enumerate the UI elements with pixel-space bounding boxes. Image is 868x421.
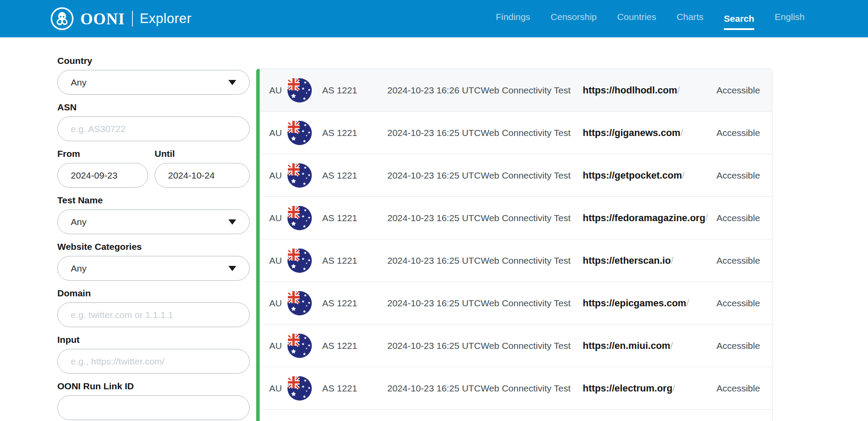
nav-search[interactable]: Search <box>724 13 754 30</box>
country-field: Country Any <box>57 56 250 95</box>
brand-divider <box>132 11 133 27</box>
input-field: Input <box>57 335 250 374</box>
chevron-down-icon <box>228 266 236 271</box>
ooni-octopus-logo-icon <box>50 7 74 31</box>
australia-flag-icon <box>287 249 322 273</box>
website-categories-select-value: Any <box>71 263 86 274</box>
asn-value: AS 1221 <box>322 255 387 266</box>
status-badge: Accessible <box>711 128 772 138</box>
test-name-select-value: Any <box>71 217 86 227</box>
measurement-url: https://fedoramagazine.org/ <box>583 212 711 224</box>
website-categories-select[interactable]: Any <box>57 256 250 281</box>
asn-value: AS 1221 <box>322 128 387 138</box>
website-categories-label: Website Categories <box>57 242 250 252</box>
australia-flag-icon <box>287 334 322 358</box>
measurement-date: 2024-10-23 16:25 UTC <box>387 341 481 351</box>
asn-value: AS 1221 <box>322 298 387 308</box>
measurement-url: https://etherscan.io/ <box>583 255 711 266</box>
nav-english[interactable]: English <box>775 12 805 26</box>
input-url-input[interactable] <box>57 349 250 374</box>
domain-field: Domain <box>57 288 250 327</box>
test-name-value: Web Connectivity Test <box>481 85 583 96</box>
status-badge: Accessible <box>711 298 772 308</box>
measurement-url: https://en.miui.com/ <box>583 340 711 351</box>
measurement-row[interactable]: AU <box>260 239 772 282</box>
status-badge: Accessible <box>711 85 772 96</box>
asn-value: AS 1221 <box>322 170 387 181</box>
brand-logo[interactable]: OONI Explorer <box>50 7 191 31</box>
status-badge: Accessible <box>711 255 772 266</box>
measurement-date: 2024-10-23 16:25 UTC <box>387 128 481 138</box>
country-select[interactable]: Any <box>57 70 250 95</box>
asn-value: AS 1221 <box>322 383 387 394</box>
measurement-row[interactable]: AU <box>260 112 772 154</box>
test-name-value: Web Connectivity Test <box>481 383 583 394</box>
country-code: AU <box>266 341 287 351</box>
measurement-date: 2024-10-23 16:26 UTC <box>387 85 481 96</box>
country-code: AU <box>266 255 287 266</box>
input-label: Input <box>57 335 250 345</box>
australia-flag-icon <box>287 206 322 230</box>
date-range-row: From Until <box>57 149 250 188</box>
chevron-down-icon <box>228 219 236 225</box>
status-badge: Accessible <box>711 213 772 223</box>
chevron-down-icon <box>228 80 236 85</box>
australia-flag-icon <box>287 121 322 145</box>
measurement-date: 2024-10-23 16:25 UTC <box>387 255 481 266</box>
ooni-run-link-id-input[interactable] <box>57 395 250 420</box>
measurement-url: https://getpocket.com/ <box>583 170 711 181</box>
nav-countries[interactable]: Countries <box>617 12 656 26</box>
measurement-date: 2024-10-23 16:25 UTC <box>387 298 481 308</box>
search-filters-sidebar: Country Any ASN From Until Test Name Any <box>57 56 250 421</box>
test-name-select[interactable]: Any <box>57 209 250 234</box>
until-label: Until <box>155 149 250 159</box>
australia-flag-icon <box>287 376 322 401</box>
test-name-value: Web Connectivity Test <box>481 255 583 266</box>
test-name-value: Web Connectivity Test <box>481 298 583 308</box>
country-code: AU <box>266 383 287 394</box>
country-code: AU <box>266 85 287 96</box>
brand-name: OONI <box>80 10 125 28</box>
main-nav: FindingsCensorshipCountriesChartsSearchE… <box>496 12 805 26</box>
country-select-value: Any <box>71 77 86 88</box>
test-name-value: Web Connectivity Test <box>481 341 583 351</box>
until-field: Until <box>155 149 250 188</box>
asn-value: AS 1221 <box>322 85 387 96</box>
measurement-row[interactable]: AU <box>260 197 772 239</box>
status-badge: Accessible <box>711 341 772 351</box>
nav-findings[interactable]: Findings <box>496 12 530 26</box>
nav-censorship[interactable]: Censorship <box>551 12 597 26</box>
measurement-row[interactable]: AU <box>260 154 772 197</box>
ooni-explorer-search-page: OONI Explorer FindingsCensorshipCountrie… <box>0 0 868 421</box>
domain-input[interactable] <box>57 302 250 327</box>
australia-flag-icon <box>287 78 322 103</box>
ooni-run-link-id-label: OONI Run Link ID <box>57 381 250 391</box>
ooni-run-link-id-field: OONI Run Link ID <box>57 381 250 420</box>
asn-label: ASN <box>57 102 250 113</box>
asn-value: AS 1221 <box>322 213 387 223</box>
country-code: AU <box>266 170 287 181</box>
measurement-date: 2024-10-23 16:25 UTC <box>387 170 481 181</box>
status-badge: Accessible <box>711 170 772 181</box>
measurement-url: https://giganews.com/ <box>583 127 711 139</box>
measurement-row[interactable]: AU <box>260 325 772 367</box>
measurement-row-partial[interactable] <box>260 410 772 421</box>
test-name-value: Web Connectivity Test <box>481 170 583 181</box>
measurement-row[interactable]: AU <box>260 282 772 325</box>
measurement-date: 2024-10-23 16:25 UTC <box>387 383 481 394</box>
from-date-input[interactable] <box>57 163 148 188</box>
nav-charts[interactable]: Charts <box>677 12 703 26</box>
from-field: From <box>57 149 148 188</box>
test-name-label: Test Name <box>57 195 250 206</box>
measurement-row[interactable]: AU <box>260 69 772 112</box>
from-label: From <box>57 149 148 159</box>
measurement-row[interactable]: AU <box>260 367 772 410</box>
test-name-value: Web Connectivity Test <box>481 213 583 223</box>
app-header: OONI Explorer FindingsCensorshipCountrie… <box>0 0 868 37</box>
status-badge: Accessible <box>711 383 772 394</box>
asn-input[interactable] <box>57 116 250 141</box>
website-categories-field: Website Categories Any <box>57 242 250 281</box>
country-code: AU <box>266 213 287 223</box>
until-date-input[interactable] <box>155 163 250 188</box>
test-name-value: Web Connectivity Test <box>481 128 583 138</box>
